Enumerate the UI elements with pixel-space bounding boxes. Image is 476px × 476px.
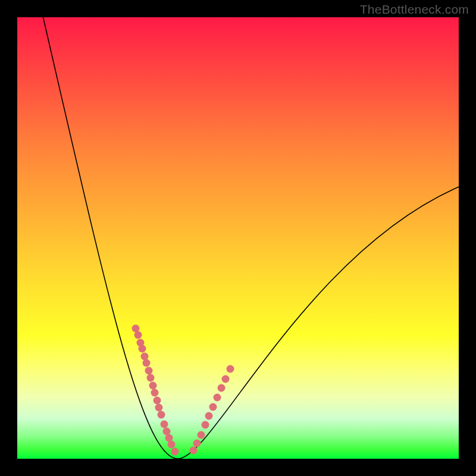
curve-marker [222,375,230,383]
chart-frame: TheBottleneck.com [0,0,476,476]
curve-marker [205,412,213,420]
curve-markers [132,325,234,456]
curve-marker [154,397,161,405]
curve-marker [139,345,146,353]
curve-marker [151,389,159,397]
watermark-text: TheBottleneck.com [360,2,469,17]
curve-marker [149,382,157,390]
curve-marker [168,441,176,449]
curve-marker [209,403,217,411]
curve-right-branch [178,187,459,459]
curve-marker [147,374,155,382]
curve-marker [193,440,201,447]
curve-marker [134,331,142,339]
curve-marker [141,353,149,361]
curve-marker [190,447,198,455]
curve-marker [171,448,179,456]
curve-marker [143,359,151,367]
curve-marker [227,365,234,373]
curve-marker [161,421,168,428]
curve-marker [218,384,226,392]
curve-marker [198,431,205,439]
plot-area [17,17,459,459]
curve-marker [145,367,153,375]
curve-marker [158,411,165,419]
bottleneck-curve [17,17,459,459]
curve-marker [214,394,221,402]
curve-marker [155,404,163,412]
curve-marker [202,421,209,429]
